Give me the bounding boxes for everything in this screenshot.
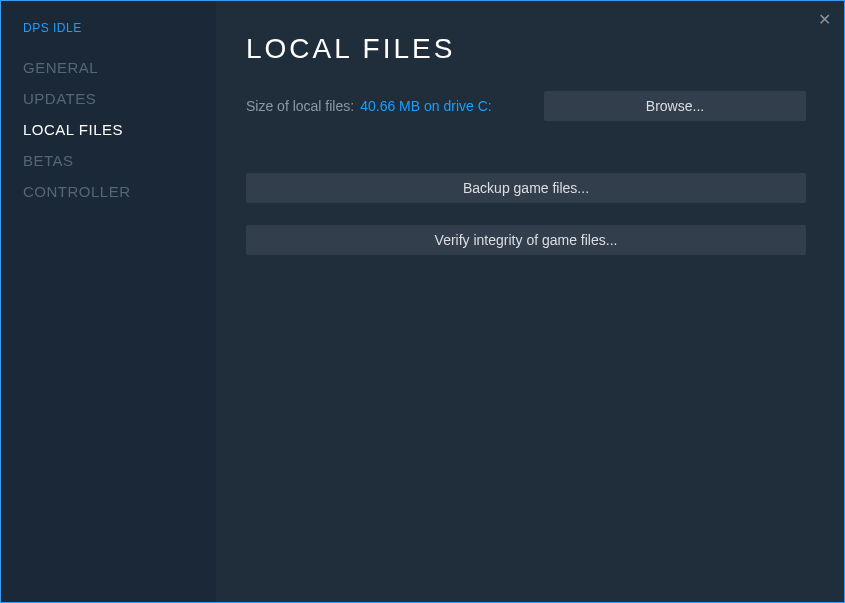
sidebar: DPS IDLE GENERAL UPDATES LOCAL FILES BET… xyxy=(1,1,216,602)
size-label: Size of local files: xyxy=(246,98,354,114)
game-title: DPS IDLE xyxy=(23,21,216,35)
size-row: Size of local files: 40.66 MB on drive C… xyxy=(246,91,806,121)
size-value: 40.66 MB on drive C: xyxy=(360,98,492,114)
sidebar-item-general[interactable]: GENERAL xyxy=(23,59,216,76)
verify-button[interactable]: Verify integrity of game files... xyxy=(246,225,806,255)
sidebar-item-local-files[interactable]: LOCAL FILES xyxy=(23,121,216,138)
main-panel: LOCAL FILES Size of local files: 40.66 M… xyxy=(216,1,844,602)
size-text: Size of local files: 40.66 MB on drive C… xyxy=(246,98,492,114)
close-icon[interactable]: ✕ xyxy=(814,9,834,29)
page-title: LOCAL FILES xyxy=(246,33,806,65)
sidebar-item-betas[interactable]: BETAS xyxy=(23,152,216,169)
sidebar-item-controller[interactable]: CONTROLLER xyxy=(23,183,216,200)
sidebar-item-updates[interactable]: UPDATES xyxy=(23,90,216,107)
backup-button[interactable]: Backup game files... xyxy=(246,173,806,203)
properties-window: DPS IDLE GENERAL UPDATES LOCAL FILES BET… xyxy=(1,1,844,602)
browse-button[interactable]: Browse... xyxy=(544,91,806,121)
